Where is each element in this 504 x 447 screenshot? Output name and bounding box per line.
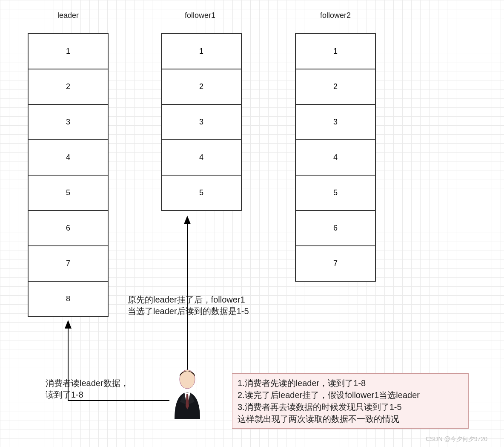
arrow-to-follower1 bbox=[0, 0, 504, 447]
person-icon bbox=[168, 369, 206, 420]
